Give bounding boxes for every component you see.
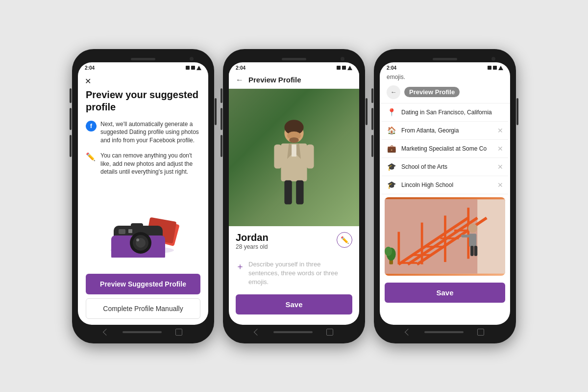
status-sq1 (337, 66, 341, 70)
svg-rect-32 (426, 245, 445, 247)
svg-rect-42 (474, 245, 478, 256)
phone1-status-icons (186, 66, 201, 70)
svg-rect-30 (398, 262, 417, 264)
remove-hometown-button[interactable]: ✕ (497, 127, 503, 134)
phone3-camera (491, 57, 495, 61)
remove-highschool-button[interactable]: ✕ (497, 181, 503, 189)
profile-photo-preview (385, 197, 505, 276)
work-icon: 💼 (387, 144, 396, 153)
preview-suggested-profile-button[interactable]: Preview Suggested Profile (86, 274, 200, 294)
phone3-time: 2:04 (387, 65, 396, 71)
svg-rect-40 (469, 234, 476, 246)
detail-text-work: Marketing Specialist at Some Co (401, 145, 492, 152)
phone-1: 2:04 ✕ Preview your suggested profile f … (72, 49, 214, 343)
phone1-speaker (131, 58, 155, 60)
phone2-screen: 2:04 ← Preview Profile (229, 62, 359, 325)
profile-info: Jordan 28 years old ✏️ (229, 226, 359, 256)
home-bar3[interactable] (424, 331, 464, 333)
phone1-status-bar: 2:04 (78, 62, 208, 72)
svg-rect-33 (441, 237, 459, 239)
phone1-bottom-bar (78, 325, 208, 338)
phone1-time: 2:04 (85, 65, 95, 71)
phone3-save-button[interactable]: Save (385, 283, 505, 303)
phone2-time: 2:04 (236, 65, 245, 71)
square-nav-button[interactable] (175, 329, 182, 336)
status-signal-icon (196, 66, 201, 70)
person-svg (260, 99, 328, 226)
svg-rect-10 (128, 229, 132, 233)
bio-input-area[interactable]: ＋ Describe yourself in three sentences, … (229, 256, 359, 291)
s-sq2 (493, 66, 497, 70)
svg-rect-23 (284, 180, 292, 204)
camera-illustration (86, 183, 200, 273)
phone2-speaker (282, 58, 306, 60)
remove-work-button[interactable]: ✕ (497, 145, 503, 153)
detail-text-location: Dating in San Francisco, California (401, 109, 503, 116)
info-item-1: f Next, we'll automatically generate a s… (86, 120, 200, 145)
svg-point-8 (136, 238, 139, 241)
detail-row-location: 📍 Dating in San Francisco, California (382, 104, 508, 122)
staircase-svg (385, 197, 505, 276)
close-button[interactable]: ✕ (78, 72, 208, 86)
svg-point-46 (385, 246, 392, 256)
highschool-icon: 🎓 (387, 181, 396, 189)
home-bar[interactable] (122, 331, 162, 333)
svg-rect-22 (306, 144, 314, 168)
svg-rect-9 (119, 229, 125, 234)
info-item-2: ✏️ You can remove anything you don't lik… (86, 152, 200, 176)
phone3-back-button[interactable]: ← (387, 85, 400, 99)
facebook-icon: f (86, 121, 97, 131)
profile-detail-list: 📍 Dating in San Francisco, California 🏠 … (380, 104, 510, 194)
college-icon: 🎓 (387, 162, 396, 171)
phone3-status-icons (488, 66, 503, 70)
svg-rect-20 (292, 144, 296, 157)
phone2-status-icons (337, 66, 352, 70)
info-text-2: You can remove anything you don't like, … (100, 152, 200, 176)
detail-row-work: 💼 Marketing Specialist at Some Co ✕ (382, 140, 508, 158)
svg-rect-11 (131, 223, 143, 229)
status-square-icon2 (191, 66, 195, 70)
info-text-1: Next, we'll automatically generate a sug… (100, 120, 200, 145)
phone1-content: Preview your suggested profile f Next, w… (78, 86, 208, 325)
phone2-bottom-bar (229, 325, 359, 338)
profile-name-age: Jordan 28 years old (236, 232, 269, 250)
phone-2: 2:04 ← Preview Profile (223, 49, 365, 343)
detail-row-college: 🎓 School of the Arts ✕ (382, 158, 508, 176)
phone-3: 2:04 emojis. ← Preview Profile 📍 Dating … (374, 49, 516, 343)
svg-rect-38 (467, 208, 469, 259)
status-square-icon (186, 66, 190, 70)
detail-row-highschool: 🎓 Lincoln High School ✕ (382, 176, 508, 194)
profile-name-row: Jordan 28 years old ✏️ (236, 232, 352, 250)
edit-profile-button[interactable]: ✏️ (337, 232, 352, 248)
svg-rect-21 (274, 144, 281, 168)
home-bar2[interactable] (273, 331, 313, 333)
svg-rect-37 (444, 215, 446, 262)
svg-point-39 (468, 223, 477, 233)
phone2-save-button[interactable]: Save (236, 294, 352, 314)
back-nav-button[interactable] (103, 328, 110, 335)
location-icon: 📍 (387, 108, 396, 117)
phone3-header: ← Preview Profile (380, 81, 510, 104)
square-nav-button3[interactable] (477, 329, 484, 336)
phone2-back-button[interactable]: ← (236, 76, 244, 84)
svg-rect-36 (421, 222, 423, 264)
svg-rect-35 (397, 232, 400, 264)
phone2-status-bar: 2:04 (229, 62, 359, 72)
pencil-icon: ✏️ (86, 152, 97, 163)
profile-name: Jordan (236, 232, 269, 243)
s-sq1 (488, 66, 491, 70)
detail-text-hometown: From Atlanta, Georgia (401, 127, 492, 134)
remove-college-button[interactable]: ✕ (497, 163, 503, 171)
home-icon: 🏠 (387, 126, 396, 135)
complete-profile-manually-button[interactable]: Complete Profile Manually (86, 298, 200, 319)
phone3-screen: 2:04 emojis. ← Preview Profile 📍 Dating … (380, 62, 510, 325)
status-sig (347, 66, 352, 70)
phone3-speaker (433, 58, 457, 60)
phone3-bottom-bar (380, 325, 510, 338)
phone2-camera (341, 57, 344, 61)
square-nav-button2[interactable] (326, 329, 333, 336)
back-nav-button3[interactable] (405, 328, 412, 335)
back-nav-button2[interactable] (254, 328, 261, 335)
profile-photo (229, 89, 359, 226)
detail-text-highschool: Lincoln High School (401, 182, 492, 188)
